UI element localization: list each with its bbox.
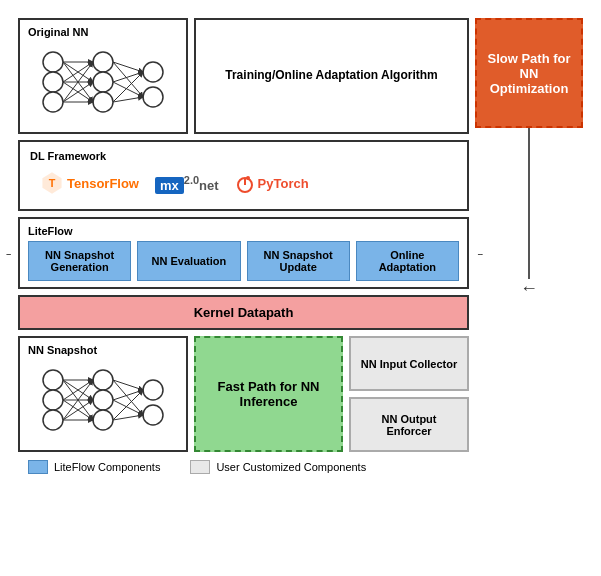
tensorflow-logo: T TensorFlow	[40, 171, 139, 195]
bottom-row: NN Snapshot	[18, 336, 469, 452]
arrow-left: ←	[475, 279, 583, 297]
nn-snapshot-generation: NN Snapshot Generation	[28, 241, 131, 281]
nn-snapshot-title: NN Snapshot	[28, 344, 178, 356]
kernel-datapath-box: Kernel Datapath	[18, 295, 469, 330]
dl-framework-box: DL Framework T TensorFlow mx2.0ne	[18, 140, 469, 211]
original-nn-box: Original NN	[18, 18, 188, 134]
legend-user-label: User Customized Components	[216, 461, 366, 473]
legend-liteflow: LiteFlow Components	[28, 460, 160, 474]
liteflow-box: LiteFlow NN Snapshot Generation NN Evalu…	[18, 217, 469, 289]
svg-point-32	[93, 390, 113, 410]
original-nn-title: Original NN	[28, 26, 178, 38]
main-diagram: Original NN	[0, 0, 601, 576]
svg-point-1	[43, 72, 63, 92]
nn-output-enforcer: NN Output Enforcer	[349, 397, 469, 452]
legend-user: User Customized Components	[190, 460, 366, 474]
kernel-datapath-label: Kernel Datapath	[194, 305, 294, 320]
liteflow-title: LiteFlow	[28, 225, 459, 237]
slow-path-label: Slow Path for NN Optimization	[485, 51, 573, 96]
svg-point-31	[93, 370, 113, 390]
pytorch-text: PyTorch	[258, 176, 309, 191]
dl-framework-title: DL Framework	[30, 150, 457, 162]
svg-line-49	[113, 400, 143, 415]
mxnet-version: 2.0	[184, 174, 199, 186]
svg-point-2	[43, 92, 63, 112]
legend-gray-box	[190, 460, 210, 474]
nn-evaluation: NN Evaluation	[137, 241, 240, 281]
original-nn-diagram	[28, 42, 178, 122]
svg-point-34	[143, 380, 163, 400]
training-title: Training/Online Adaptation Algorithm	[225, 68, 437, 84]
right-components: NN Input Collector NN Output Enforcer	[349, 336, 469, 452]
slow-path-connector-line	[528, 128, 530, 279]
mxnet-suffix: net	[199, 178, 219, 193]
svg-point-26	[246, 176, 250, 180]
svg-point-0	[43, 52, 63, 72]
tensorflow-icon: T	[40, 171, 64, 195]
nn-input-collector-label: NN Input Collector	[361, 358, 458, 370]
nn-input-collector: NN Input Collector	[349, 336, 469, 391]
svg-point-30	[43, 410, 63, 430]
tensorflow-text: TensorFlow	[67, 176, 139, 191]
svg-point-4	[93, 72, 113, 92]
fast-path-box: Fast Path for NN Inference	[194, 336, 343, 452]
liteflow-components: NN Snapshot Generation NN Evaluation NN …	[28, 241, 459, 281]
svg-text:T: T	[49, 177, 56, 189]
fast-path-label: Fast Path for NN Inference	[204, 379, 333, 409]
nn-snapshot-box: NN Snapshot	[18, 336, 188, 452]
svg-point-35	[143, 405, 163, 425]
svg-point-28	[43, 370, 63, 390]
legend-liteflow-label: LiteFlow Components	[54, 461, 160, 473]
nn-snapshot-update: NN Snapshot Update	[247, 241, 350, 281]
svg-point-6	[143, 62, 163, 82]
dl-logos: T TensorFlow mx2.0net	[30, 165, 457, 201]
legend: LiteFlow Components User Customized Comp…	[18, 456, 583, 478]
mxnet-text: mx	[155, 177, 184, 194]
pytorch-icon	[235, 173, 255, 193]
svg-point-33	[93, 410, 113, 430]
online-adaptation: Online Adaptation	[356, 241, 459, 281]
nn-snapshot-diagram	[28, 360, 178, 440]
svg-point-3	[93, 52, 113, 72]
svg-point-29	[43, 390, 63, 410]
nn-output-enforcer-label: NN Output Enforcer	[359, 413, 459, 437]
svg-point-7	[143, 87, 163, 107]
training-box: Training/Online Adaptation Algorithm	[194, 18, 469, 134]
mxnet-logo: mx2.0net	[155, 174, 219, 193]
slow-path-box: Slow Path for NN Optimization	[475, 18, 583, 128]
pytorch-logo: PyTorch	[235, 173, 309, 193]
legend-blue-box	[28, 460, 48, 474]
slow-path-spacer	[475, 301, 583, 452]
svg-line-21	[113, 82, 143, 97]
slow-path-column: Slow Path for NN Optimization ←	[475, 18, 583, 452]
svg-point-5	[93, 92, 113, 112]
